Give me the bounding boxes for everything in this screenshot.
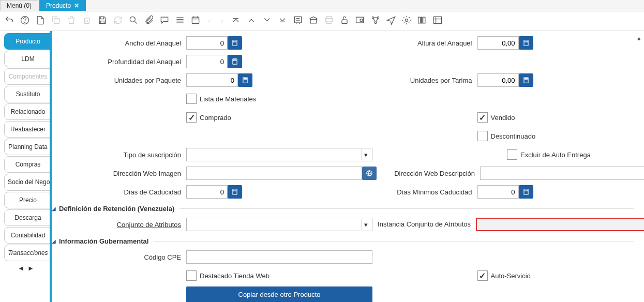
history-icon[interactable] bbox=[190, 15, 201, 27]
select-attrset[interactable]: ▾ bbox=[186, 218, 372, 231]
svg-rect-34 bbox=[234, 190, 236, 191]
nav-next-parent-icon bbox=[218, 16, 226, 26]
calc-icon[interactable] bbox=[228, 55, 242, 68]
input-units-pallet[interactable] bbox=[477, 73, 519, 87]
zoom-across-icon[interactable] bbox=[355, 15, 365, 27]
sidetab-transacciones[interactable]: Transacciones bbox=[4, 245, 52, 261]
sidetab-socio[interactable]: Socio del Negocio bbox=[4, 174, 52, 190]
chk-purchased[interactable] bbox=[186, 112, 197, 123]
label-ancho: Ancho del Anaquel bbox=[52, 39, 186, 47]
close-icon[interactable]: ✕ bbox=[74, 2, 79, 9]
quick-entry-icon[interactable] bbox=[432, 15, 443, 27]
globe-icon[interactable] bbox=[362, 167, 377, 180]
product-info-icon[interactable] bbox=[417, 15, 427, 27]
search-icon[interactable] bbox=[128, 15, 139, 27]
chk-discontinued[interactable] bbox=[477, 131, 488, 141]
nav-prev-icon[interactable] bbox=[246, 15, 257, 27]
chat-icon[interactable] bbox=[159, 15, 170, 27]
calc-icon[interactable] bbox=[519, 36, 533, 50]
svg-rect-22 bbox=[234, 41, 236, 42]
sidetab-planning[interactable]: Planning Data bbox=[4, 139, 52, 155]
scroll-up-icon[interactable]: ▴ bbox=[637, 34, 641, 42]
undo-icon[interactable] bbox=[4, 15, 14, 27]
tab-producto[interactable]: Producto ✕ bbox=[39, 0, 86, 11]
svg-point-16 bbox=[406, 19, 408, 22]
workflow-icon[interactable] bbox=[370, 15, 381, 27]
svg-rect-20 bbox=[434, 17, 442, 23]
sidetab-sustituto[interactable]: Sustituto bbox=[4, 86, 52, 102]
calc-icon[interactable] bbox=[228, 36, 242, 50]
calc-icon[interactable] bbox=[228, 185, 242, 199]
nav-last-icon[interactable] bbox=[277, 15, 288, 27]
sidetab-scroll-right-icon[interactable]: ► bbox=[27, 264, 34, 272]
chk-exclude-auto[interactable] bbox=[507, 149, 517, 160]
chk-bom[interactable] bbox=[186, 94, 197, 104]
calc-icon[interactable] bbox=[238, 73, 252, 87]
chk-sold[interactable] bbox=[477, 112, 488, 123]
nav-next-icon[interactable] bbox=[262, 15, 272, 27]
label-guarantee: Días de Caducidad bbox=[52, 188, 186, 196]
tab-menu[interactable]: Menú (0) bbox=[0, 0, 38, 11]
archive-icon[interactable] bbox=[308, 15, 319, 27]
input-profundidad[interactable] bbox=[186, 55, 228, 68]
form-scrollbar[interactable]: ▴ bbox=[635, 34, 643, 42]
process-icon[interactable] bbox=[401, 15, 412, 27]
sidetab-reabastecer[interactable]: Reabastecer bbox=[4, 121, 52, 138]
label-altura: Altura del Anaquel bbox=[343, 39, 477, 47]
request-icon[interactable] bbox=[386, 15, 396, 27]
svg-point-3 bbox=[130, 17, 135, 22]
attachment-icon[interactable] bbox=[144, 15, 154, 27]
sidetab-scroll-left-icon[interactable]: ◄ bbox=[18, 264, 24, 272]
input-cpe[interactable] bbox=[186, 250, 372, 264]
chk-self-service[interactable] bbox=[477, 270, 488, 281]
toolbar bbox=[0, 11, 644, 31]
delete-icon bbox=[66, 15, 77, 27]
chevron-down-icon: ▾ bbox=[362, 219, 370, 230]
svg-rect-18 bbox=[421, 17, 422, 23]
sidetab-producto[interactable]: Producto bbox=[4, 33, 52, 50]
grid-toggle-icon[interactable] bbox=[175, 15, 185, 27]
svg-rect-9 bbox=[327, 21, 331, 24]
label-guarantee-min: Días Mínimos Caducidad bbox=[343, 188, 477, 196]
input-guarantee[interactable] bbox=[186, 185, 228, 199]
svg-rect-4 bbox=[192, 17, 199, 23]
save-icon[interactable] bbox=[97, 15, 108, 27]
help-icon[interactable] bbox=[20, 15, 30, 27]
side-tabs: Producto LDM Componentes Sustituto Relac… bbox=[0, 31, 52, 302]
svg-rect-36 bbox=[525, 190, 527, 191]
copy-from-button[interactable]: Copiar desde otro Producto bbox=[186, 286, 372, 302]
collapse-icon[interactable]: ◢ bbox=[52, 238, 56, 244]
section-gub: ◢ Información Gubernamental bbox=[52, 237, 634, 245]
select-subscription[interactable]: ▾ bbox=[186, 148, 372, 161]
input-attrset-instance[interactable] bbox=[476, 218, 644, 231]
sidetab-compras[interactable]: Compras bbox=[4, 156, 52, 173]
input-ancho[interactable] bbox=[186, 36, 228, 50]
input-image-url[interactable] bbox=[186, 167, 362, 180]
form-area: Ancho del Anaquel Altura del Anaquel Pro… bbox=[52, 31, 644, 302]
new-icon[interactable] bbox=[35, 15, 46, 27]
chk-featured-web[interactable] bbox=[186, 270, 197, 281]
svg-rect-24 bbox=[525, 41, 527, 42]
report-icon[interactable] bbox=[293, 15, 303, 27]
label-desc-url: Dirección Web Descripción bbox=[377, 170, 480, 177]
input-units-pack[interactable] bbox=[186, 73, 238, 87]
sidetab-contabilidad[interactable]: Contabilidad bbox=[4, 227, 52, 244]
label-cpe: Código CPE bbox=[52, 253, 186, 261]
lock-icon[interactable] bbox=[339, 15, 350, 27]
nav-first-icon[interactable] bbox=[231, 15, 241, 27]
input-desc-url[interactable] bbox=[480, 167, 644, 180]
calc-icon[interactable] bbox=[519, 73, 533, 87]
input-altura[interactable] bbox=[477, 36, 519, 50]
svg-rect-6 bbox=[310, 19, 317, 23]
svg-rect-19 bbox=[423, 17, 425, 23]
calc-icon[interactable] bbox=[519, 185, 533, 199]
sidetab-relacionado[interactable]: Relacionado bbox=[4, 103, 52, 120]
input-guarantee-min[interactable] bbox=[477, 185, 519, 199]
sidetab-descarga[interactable]: Descarga bbox=[4, 209, 52, 226]
collapse-icon[interactable]: ◢ bbox=[52, 206, 56, 212]
sidetab-precio[interactable]: Precio bbox=[4, 192, 52, 208]
label-self-service: Auto-Servicio bbox=[491, 272, 531, 280]
sidetab-ldm[interactable]: LDM bbox=[4, 51, 52, 67]
svg-point-13 bbox=[372, 17, 373, 18]
svg-rect-17 bbox=[418, 17, 421, 23]
